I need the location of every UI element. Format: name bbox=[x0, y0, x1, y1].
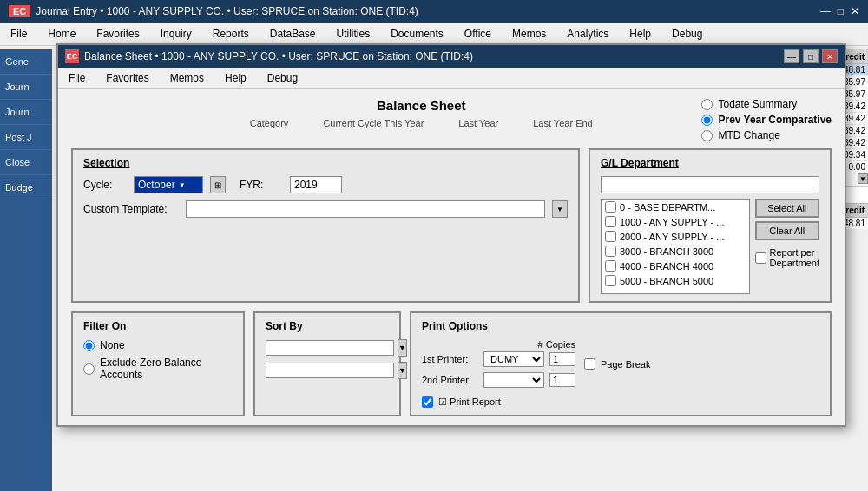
gl-label-5000: 5000 - BRANCH 5000 bbox=[620, 276, 713, 286]
menu-home[interactable]: Home bbox=[44, 26, 79, 42]
right-panel-scroll-down[interactable]: ▼ bbox=[858, 173, 868, 184]
template-input[interactable] bbox=[186, 200, 545, 218]
gl-check-4000[interactable] bbox=[605, 260, 616, 272]
dialog-menu-favorites[interactable]: Favorites bbox=[102, 70, 152, 86]
menu-documents[interactable]: Documents bbox=[387, 26, 447, 42]
printer-1-select[interactable]: DUMY bbox=[483, 351, 544, 367]
cycle-grid-button[interactable]: ⊞ bbox=[210, 176, 226, 193]
option-mtd-label: MTD Change bbox=[718, 129, 779, 141]
report-columns: Category Current Cycle This Year Last Ye… bbox=[141, 118, 701, 128]
printer-2-row: 2nd Printer: bbox=[422, 372, 575, 388]
sidebar-item-close[interactable]: Close bbox=[0, 150, 52, 175]
menu-file[interactable]: File bbox=[7, 26, 30, 42]
report-per-dept-check[interactable] bbox=[755, 252, 766, 264]
menu-help[interactable]: Help bbox=[626, 26, 654, 42]
print-options-panel: Print Options # Copies 1st Printer: DUMY bbox=[410, 311, 832, 416]
option-mtd[interactable]: MTD Change bbox=[701, 129, 832, 141]
filter-exclude-zero[interactable]: Exclude Zero Balance Accounts bbox=[83, 357, 233, 381]
gl-item-1000[interactable]: 1000 - ANY SUPPLY - ... bbox=[602, 214, 749, 229]
cycle-arrow-icon: ▼ bbox=[179, 181, 186, 189]
sort-input-2[interactable] bbox=[266, 363, 394, 378]
dialog-menu-help[interactable]: Help bbox=[221, 70, 250, 86]
gl-item-5000[interactable]: 5000 - BRANCH 5000 bbox=[602, 273, 749, 288]
menu-office[interactable]: Office bbox=[461, 26, 495, 42]
menu-inquiry[interactable]: Inquiry bbox=[157, 26, 195, 42]
gl-label-1000: 1000 - ANY SUPPLY - ... bbox=[620, 217, 724, 227]
print-report-check[interactable] bbox=[422, 396, 433, 408]
gl-search-input[interactable] bbox=[601, 176, 819, 193]
page-break-check[interactable] bbox=[584, 358, 595, 370]
sidebar-item-journ1[interactable]: Journ bbox=[0, 75, 52, 100]
gl-check-2000[interactable] bbox=[605, 231, 616, 242]
dialog-menu-file[interactable]: File bbox=[65, 70, 89, 86]
gl-item-0[interactable]: 0 - BASE DEPARTM... bbox=[602, 200, 749, 214]
report-options: Todate Summary Prev Year Comparative MTD… bbox=[701, 98, 832, 141]
dialog-icon: EC bbox=[65, 49, 79, 63]
page-break-section: Page Break bbox=[584, 355, 650, 370]
sidebar-item-postj[interactable]: Post J bbox=[0, 125, 52, 150]
bottom-panels: Filter On None Exclude Zero Balance Acco… bbox=[71, 311, 832, 416]
option-prev-year-label: Prev Year Comparative bbox=[718, 114, 832, 126]
radio-filter-none[interactable] bbox=[83, 340, 95, 351]
bg-maximize[interactable]: □ bbox=[838, 5, 844, 17]
menu-favorites[interactable]: Favorites bbox=[93, 26, 142, 42]
gl-item-3000[interactable]: 3000 - BRANCH 3000 bbox=[602, 244, 749, 259]
radio-mtd[interactable] bbox=[701, 130, 713, 141]
col-current: Current Cycle This Year bbox=[323, 118, 424, 128]
option-todate[interactable]: Todate Summary bbox=[701, 98, 832, 110]
dialog-maximize-button[interactable]: □ bbox=[803, 49, 819, 63]
gl-item-4000[interactable]: 4000 - BRANCH 4000 bbox=[602, 259, 749, 273]
template-dropdown-button[interactable]: ▼ bbox=[552, 200, 568, 218]
gl-label-0: 0 - BASE DEPARTM... bbox=[620, 202, 715, 213]
sidebar-item-budge[interactable]: Budge bbox=[0, 175, 52, 200]
gl-check-1000[interactable] bbox=[605, 216, 616, 227]
cycle-dropdown[interactable]: October ▼ bbox=[134, 176, 203, 193]
printer-2-label: 2nd Printer: bbox=[422, 375, 478, 385]
bg-minimize[interactable]: — bbox=[820, 5, 831, 17]
dialog-menu-debug[interactable]: Debug bbox=[264, 70, 301, 86]
printer-2-copies[interactable] bbox=[549, 373, 575, 387]
menu-reports[interactable]: Reports bbox=[209, 26, 253, 42]
dialog-menu-memos[interactable]: Memos bbox=[167, 70, 207, 86]
sort-dropdown-2[interactable]: ▼ bbox=[398, 362, 407, 379]
fyr-input[interactable] bbox=[290, 176, 342, 193]
gl-check-0[interactable] bbox=[605, 201, 616, 213]
sort-title: Sort By bbox=[266, 320, 389, 332]
fyr-label: FYR: bbox=[240, 179, 283, 191]
cycle-label: Cycle: bbox=[83, 179, 127, 191]
filter-none[interactable]: None bbox=[83, 339, 233, 351]
filter-on-panel: Filter On None Exclude Zero Balance Acco… bbox=[71, 311, 245, 416]
menu-utilities[interactable]: Utilities bbox=[332, 26, 373, 42]
bg-close[interactable]: ✕ bbox=[851, 5, 859, 17]
sidebar-item-journ2[interactable]: Journ bbox=[0, 100, 52, 125]
page-break-label: Page Break bbox=[601, 359, 650, 370]
option-prev-year[interactable]: Prev Year Comparative bbox=[701, 114, 832, 126]
gl-label-3000: 3000 - BRANCH 3000 bbox=[620, 246, 713, 257]
dialog-close-button[interactable]: ✕ bbox=[822, 49, 838, 63]
sort-row-1: ▼ ⊞ bbox=[266, 339, 389, 357]
radio-filter-exclude[interactable] bbox=[83, 363, 95, 375]
report-per-dept-row: Report perDepartment bbox=[755, 247, 819, 268]
sidebar-item-gene[interactable]: Gene bbox=[0, 49, 52, 75]
dialog-minimize-button[interactable]: — bbox=[784, 49, 799, 63]
print-report-label: ☑ Print Report bbox=[438, 396, 501, 408]
printer-1-copies[interactable] bbox=[549, 352, 575, 366]
printer-2-select[interactable] bbox=[483, 372, 544, 388]
menu-memos[interactable]: Memos bbox=[509, 26, 549, 42]
menu-analytics[interactable]: Analytics bbox=[563, 26, 612, 42]
bg-title-bar: EC Journal Entry • 1000 - ANY SUPPLY CO.… bbox=[0, 0, 868, 23]
gl-check-3000[interactable] bbox=[605, 245, 616, 257]
sort-row-2: ▼ ⊞ bbox=[266, 362, 389, 379]
gl-check-5000[interactable] bbox=[605, 275, 616, 286]
clear-all-button[interactable]: Clear All bbox=[755, 221, 819, 240]
gl-item-2000[interactable]: 2000 - ANY SUPPLY - ... bbox=[602, 229, 749, 244]
sort-dropdown-1[interactable]: ▼ bbox=[398, 339, 407, 357]
sort-input-1[interactable] bbox=[266, 340, 394, 356]
radio-todate[interactable] bbox=[701, 99, 713, 110]
menu-database[interactable]: DataBase bbox=[266, 26, 319, 42]
page-break-row: Page Break bbox=[584, 358, 650, 370]
select-all-button[interactable]: Select All bbox=[755, 199, 819, 218]
radio-prev-year[interactable] bbox=[701, 115, 713, 126]
menu-debug[interactable]: Debug bbox=[668, 26, 706, 42]
cycle-row: Cycle: October ▼ ⊞ FYR: bbox=[83, 176, 568, 193]
